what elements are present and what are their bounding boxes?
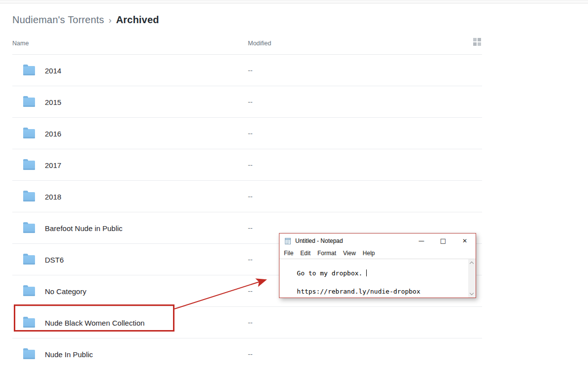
- modified-value: --: [248, 193, 252, 201]
- folder-icon: [23, 98, 35, 107]
- window-controls: — □ ✕: [411, 234, 476, 248]
- folder-icon: [23, 66, 35, 75]
- modified-value: --: [248, 256, 252, 264]
- top-border-strip: [0, 0, 588, 3]
- column-header-modified[interactable]: Modified: [248, 40, 271, 47]
- notepad-window: Untitled - Notepad — □ ✕ File Edit Forma…: [279, 233, 476, 298]
- modified-value: --: [248, 319, 252, 327]
- folder-icon: [23, 192, 35, 201]
- file-row[interactable]: Nude In Public --: [12, 338, 482, 368]
- scroll-up-icon[interactable]: [470, 262, 474, 266]
- modified-value: --: [248, 350, 252, 358]
- notepad-text-line2: https://rebrand.ly/nudie-dropbox: [297, 288, 420, 295]
- modified-value: --: [248, 287, 252, 295]
- file-row[interactable]: 2017 --: [12, 149, 482, 181]
- modified-value: --: [248, 224, 252, 232]
- notepad-titlebar[interactable]: Untitled - Notepad — □ ✕: [279, 234, 476, 248]
- file-row-highlighted[interactable]: Nude Black Women Collection --: [12, 307, 482, 338]
- folder-icon: [23, 129, 35, 138]
- folder-icon: [23, 318, 35, 328]
- modified-value: --: [248, 130, 252, 137]
- file-list: 2014 -- 2015 -- 2016 -- 2017 -- 2018 -- …: [12, 55, 482, 368]
- file-name[interactable]: 2016: [45, 129, 61, 137]
- file-name[interactable]: 2014: [45, 66, 61, 74]
- breadcrumb: Nudieman's Torrents›Archived: [12, 14, 159, 26]
- file-row[interactable]: 2014 --: [12, 55, 482, 86]
- notepad-text-area[interactable]: Go to my dropbox. https://rebrand.ly/nud…: [279, 259, 476, 298]
- file-name[interactable]: Nude In Public: [45, 350, 93, 358]
- folder-icon: [23, 350, 35, 359]
- breadcrumb-parent-folder[interactable]: Nudieman's Torrents: [12, 14, 104, 25]
- file-name[interactable]: 2015: [45, 98, 61, 106]
- grid-view-icon[interactable]: [473, 38, 482, 46]
- scroll-down-icon[interactable]: [470, 291, 474, 295]
- close-button[interactable]: ✕: [454, 234, 476, 248]
- file-row[interactable]: 2015 --: [12, 86, 482, 118]
- file-name[interactable]: DST6: [45, 255, 64, 264]
- folder-icon: [23, 161, 35, 170]
- file-name[interactable]: 2017: [45, 161, 61, 169]
- text-cursor: [366, 269, 367, 276]
- notepad-menubar: File Edit Format View Help: [279, 248, 476, 259]
- file-name[interactable]: Barefoot Nude in Public: [45, 224, 123, 232]
- modified-value: --: [248, 67, 252, 74]
- notepad-icon: [284, 237, 292, 245]
- breadcrumb-current-folder: Archived: [116, 14, 159, 25]
- notepad-window-title: Untitled - Notepad: [295, 237, 343, 244]
- menu-file[interactable]: File: [280, 250, 297, 257]
- maximize-button[interactable]: □: [432, 234, 454, 248]
- menu-help[interactable]: Help: [359, 250, 379, 257]
- file-name[interactable]: 2018: [45, 192, 61, 201]
- menu-format[interactable]: Format: [314, 250, 340, 257]
- folder-icon: [23, 255, 35, 265]
- breadcrumb-chevron-icon: ›: [108, 15, 111, 25]
- minimize-button[interactable]: —: [411, 234, 432, 248]
- vertical-scrollbar[interactable]: [468, 259, 476, 298]
- folder-icon: [23, 287, 35, 296]
- folder-icon: [23, 224, 35, 233]
- modified-value: --: [248, 98, 252, 106]
- notepad-text-line1: Go to my dropbox.: [297, 269, 366, 277]
- menu-view[interactable]: View: [340, 250, 359, 257]
- file-row[interactable]: 2018 --: [12, 181, 482, 212]
- file-row[interactable]: 2016 --: [12, 118, 482, 149]
- modified-value: --: [248, 161, 252, 169]
- file-name[interactable]: No Category: [45, 287, 86, 295]
- file-name[interactable]: Nude Black Women Collection: [45, 318, 144, 327]
- menu-edit[interactable]: Edit: [297, 250, 314, 257]
- column-header-name[interactable]: Name: [12, 40, 29, 47]
